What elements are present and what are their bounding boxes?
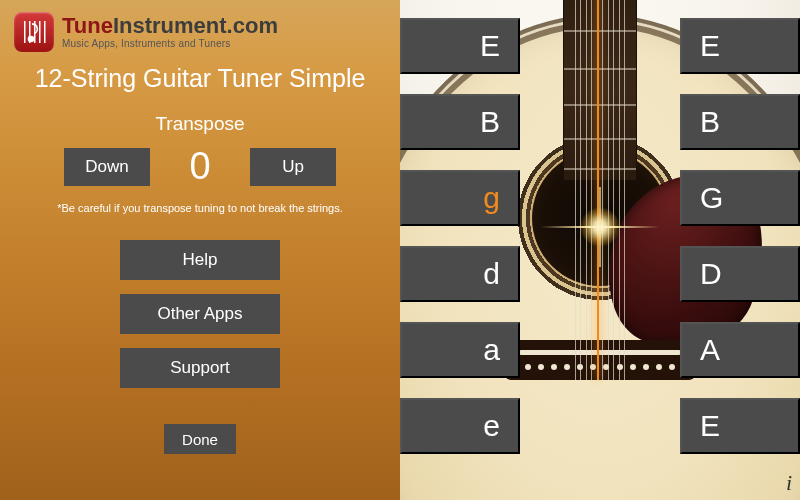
note-right-2[interactable]: G: [680, 170, 800, 226]
transpose-row: Down 0 Up: [0, 145, 400, 188]
note-left-1[interactable]: B: [400, 94, 520, 150]
svg-rect-4: [44, 21, 46, 43]
transpose-label: Transpose: [0, 113, 400, 135]
brand-logo-icon: [14, 12, 54, 52]
brand-tagline: Music Apps, Instruments and Tuners: [62, 39, 278, 49]
transpose-down-button[interactable]: Down: [64, 148, 150, 186]
brand-part2: Instrument.com: [113, 13, 278, 38]
note-right-1[interactable]: B: [680, 94, 800, 150]
note-left-4[interactable]: a: [400, 322, 520, 378]
note-left-2[interactable]: g: [400, 170, 520, 226]
note-left-3[interactable]: d: [400, 246, 520, 302]
support-button[interactable]: Support: [120, 348, 280, 388]
right-panel: E B g d a e E B G D A E i: [400, 0, 800, 500]
info-button[interactable]: i: [786, 470, 792, 496]
done-button[interactable]: Done: [164, 424, 236, 454]
brand-part1: Tune: [62, 13, 113, 38]
svg-rect-0: [24, 21, 26, 43]
menu-column: Help Other Apps Support Done: [0, 240, 400, 454]
note-right-0[interactable]: E: [680, 18, 800, 74]
brand-text: TuneInstrument.com Music Apps, Instrumen…: [62, 15, 278, 49]
note-right-3[interactable]: D: [680, 246, 800, 302]
transpose-up-button[interactable]: Up: [250, 148, 336, 186]
note-left-0[interactable]: E: [400, 18, 520, 74]
brand-name: TuneInstrument.com: [62, 15, 278, 37]
guitar-fretboard: [563, 0, 637, 180]
note-right-5[interactable]: E: [680, 398, 800, 454]
guitar-bridge: [505, 340, 695, 380]
svg-point-5: [28, 36, 35, 43]
svg-rect-3: [39, 21, 41, 43]
note-right-4[interactable]: A: [680, 322, 800, 378]
other-apps-button[interactable]: Other Apps: [120, 294, 280, 334]
help-button[interactable]: Help: [120, 240, 280, 280]
transpose-value: 0: [180, 145, 220, 188]
guitar-bridge-pins: [525, 364, 675, 374]
guitar-saddle: [519, 350, 681, 355]
left-panel: TuneInstrument.com Music Apps, Instrumen…: [0, 0, 400, 500]
app-root: TuneInstrument.com Music Apps, Instrumen…: [0, 0, 800, 500]
brand-row: TuneInstrument.com Music Apps, Instrumen…: [0, 0, 400, 58]
transpose-warning: *Be careful if you transpose tuning to n…: [0, 202, 400, 214]
page-title: 12-String Guitar Tuner Simple: [0, 64, 400, 93]
note-left-5[interactable]: e: [400, 398, 520, 454]
